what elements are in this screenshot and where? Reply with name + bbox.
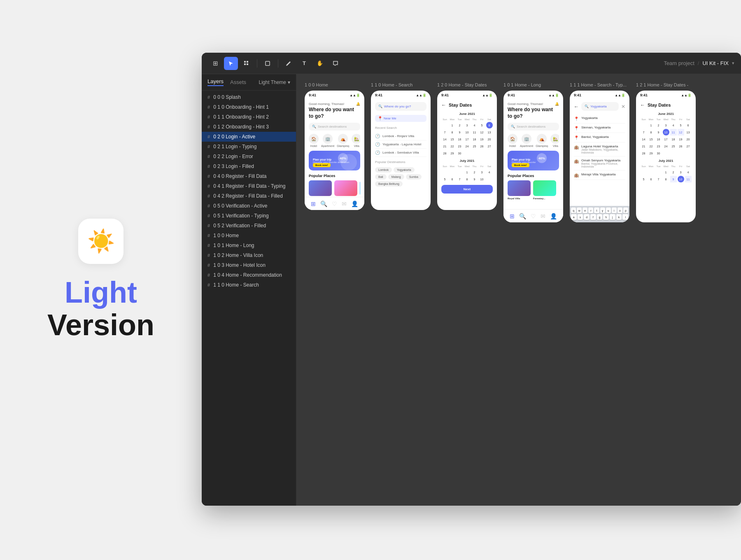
search-bar[interactable]: 🔍 Search destinations: [309, 123, 360, 131]
cal-day[interactable]: 18: [471, 136, 478, 142]
cal-day[interactable]: 8: [464, 176, 471, 182]
cal-day[interactable]: 5: [442, 176, 448, 182]
layer-item-023[interactable]: # 0 2 3 Login - Filled: [202, 161, 296, 171]
key-k[interactable]: k: [616, 214, 622, 220]
nav-profile-icon[interactable]: 👤: [351, 201, 358, 207]
key-t[interactable]: t: [594, 208, 599, 213]
cal-day[interactable]: 26: [479, 143, 485, 149]
cal-day[interactable]: 4: [486, 169, 493, 175]
tab-assets[interactable]: Assets: [230, 79, 246, 85]
key-o[interactable]: o: [618, 208, 622, 213]
search-input-111[interactable]: 🔍 Yogyakarta: [581, 102, 619, 111]
cal-day[interactable]: 2: [471, 169, 478, 175]
key-i[interactable]: i: [612, 208, 617, 213]
key-a[interactable]: a: [571, 214, 577, 220]
nav-message-icon[interactable]: ✉: [342, 201, 347, 207]
key-d[interactable]: d: [584, 214, 590, 220]
layer-item-040[interactable]: # 0 4 0 Register - Fill Data: [202, 171, 296, 181]
layer-item-000[interactable]: # 0 0 0 Splash: [202, 92, 296, 102]
cal-day[interactable]: 2: [457, 122, 463, 128]
canvas-area[interactable]: 1 0 0 Home 9:41 ▲▲🔋 Good morning, Thomas…: [296, 74, 741, 506]
back-btn-121[interactable]: ←: [640, 102, 645, 108]
key-e[interactable]: e: [583, 208, 587, 213]
chip-malang[interactable]: Malang: [388, 174, 404, 180]
next-button[interactable]: Next: [441, 185, 493, 194]
cal-day[interactable]: 10: [464, 129, 471, 135]
back-btn-111[interactable]: ←: [574, 104, 579, 110]
promo-btn-long[interactable]: Book now!: [512, 163, 529, 167]
cal-day[interactable]: 12: [479, 129, 485, 135]
chip-lombok[interactable]: Lombok: [375, 167, 392, 173]
tool-text-btn[interactable]: T: [297, 57, 311, 70]
tab-layers[interactable]: Layers: [207, 78, 224, 86]
layer-item-050[interactable]: # 0 5 0 Verification - Active: [202, 201, 296, 211]
cal-day[interactable]: 7: [457, 176, 463, 182]
cal-day[interactable]: 15: [449, 136, 456, 142]
tool-shape-btn[interactable]: [261, 57, 275, 70]
nav-heart-icon[interactable]: ♡: [332, 201, 337, 207]
cal-day-selected-start[interactable]: 6: [486, 122, 493, 128]
key-s[interactable]: s: [578, 214, 583, 220]
key-w[interactable]: w: [577, 208, 582, 213]
cal-day[interactable]: 20: [486, 136, 493, 142]
tool-grid-btn[interactable]: [240, 57, 254, 70]
key-y[interactable]: y: [600, 208, 605, 213]
key-q[interactable]: q: [571, 208, 576, 213]
cal-day[interactable]: 24: [464, 143, 471, 149]
nav-search-icon[interactable]: 🔍: [320, 201, 327, 207]
key-j[interactable]: j: [610, 214, 615, 220]
cal-day[interactable]: 3: [464, 122, 471, 128]
tool-pen-btn[interactable]: [282, 57, 296, 70]
cal-day[interactable]: 8: [449, 129, 456, 135]
cal-day[interactable]: 30: [457, 150, 463, 156]
layer-item-042[interactable]: # 0 4 2 Register - Fill Data - Filled: [202, 191, 296, 201]
cal-day[interactable]: 4: [471, 122, 478, 128]
layer-item-102[interactable]: # 1 0 2 Home - Villa Icon: [202, 250, 296, 260]
cal-day[interactable]: 10: [479, 176, 485, 182]
layer-item-100[interactable]: # 1 0 0 Home: [202, 231, 296, 240]
nav-search-long[interactable]: 🔍: [519, 213, 526, 219]
cal-day[interactable]: 9: [457, 129, 463, 135]
cal-day[interactable]: 19: [479, 136, 485, 142]
chip-bangka[interactable]: Bangka Belitung: [375, 181, 403, 187]
layer-item-051[interactable]: # 0 5 1 Verification - Typing: [202, 211, 296, 221]
toolbar-chevron[interactable]: ▾: [732, 61, 734, 66]
back-btn-120[interactable]: ←: [441, 102, 446, 108]
close-btn-111[interactable]: ✕: [621, 104, 625, 110]
cal-day[interactable]: 28: [442, 150, 448, 156]
layer-item-021[interactable]: # 0 2 1 Login - Typing: [202, 142, 296, 152]
search-bar-long[interactable]: 🔍 Search destinations: [508, 123, 559, 131]
cal-day[interactable]: 11: [471, 129, 478, 135]
chip-yogyakarta[interactable]: Yogyakarta: [394, 167, 415, 173]
tool-frame-btn[interactable]: ⊞: [208, 57, 222, 70]
key-r[interactable]: r: [588, 208, 593, 213]
cal-day[interactable]: 13: [486, 129, 493, 135]
nav-profile-long[interactable]: 👤: [550, 213, 557, 219]
tool-hand-btn[interactable]: ✋: [313, 57, 327, 70]
layer-item-104[interactable]: # 1 0 4 Home - Recommendation: [202, 270, 296, 280]
nav-home-icon[interactable]: ⊞: [311, 201, 316, 207]
cal-day[interactable]: 14: [442, 136, 448, 142]
layer-item-012[interactable]: # 0 1 2 Onboarding - Hint 3: [202, 122, 296, 132]
cal-day[interactable]: 23: [457, 143, 463, 149]
key-p[interactable]: p: [623, 208, 628, 213]
cal-day[interactable]: 1: [464, 169, 471, 175]
layer-item-020[interactable]: # 0 2 0 Login - Active: [202, 132, 296, 142]
layer-item-022[interactable]: # 0 2 2 Login - Error: [202, 152, 296, 161]
cal-day[interactable]: 25: [471, 143, 478, 149]
tool-cursor-btn[interactable]: [224, 57, 238, 70]
layer-item-110[interactable]: # 1 1 0 Home - Search: [202, 280, 296, 290]
cal-day[interactable]: 6: [449, 176, 456, 182]
key-h[interactable]: h: [603, 214, 609, 220]
tool-comment-btn[interactable]: [329, 57, 343, 70]
cal-day[interactable]: 5: [479, 122, 485, 128]
nav-home-long[interactable]: ⊞: [510, 213, 515, 219]
theme-selector[interactable]: Light Theme ▾: [259, 79, 291, 85]
nav-msg-long[interactable]: ✉: [541, 213, 545, 219]
layer-item-011[interactable]: # 0 1 1 Onboarding - Hint 2: [202, 112, 296, 122]
cal-day[interactable]: 22: [449, 143, 456, 149]
key-g[interactable]: g: [597, 214, 603, 220]
cal-day[interactable]: 17: [464, 136, 471, 142]
search-input-bar[interactable]: 🔍 Where do you go?: [375, 102, 426, 111]
cal-day[interactable]: 7: [442, 129, 448, 135]
